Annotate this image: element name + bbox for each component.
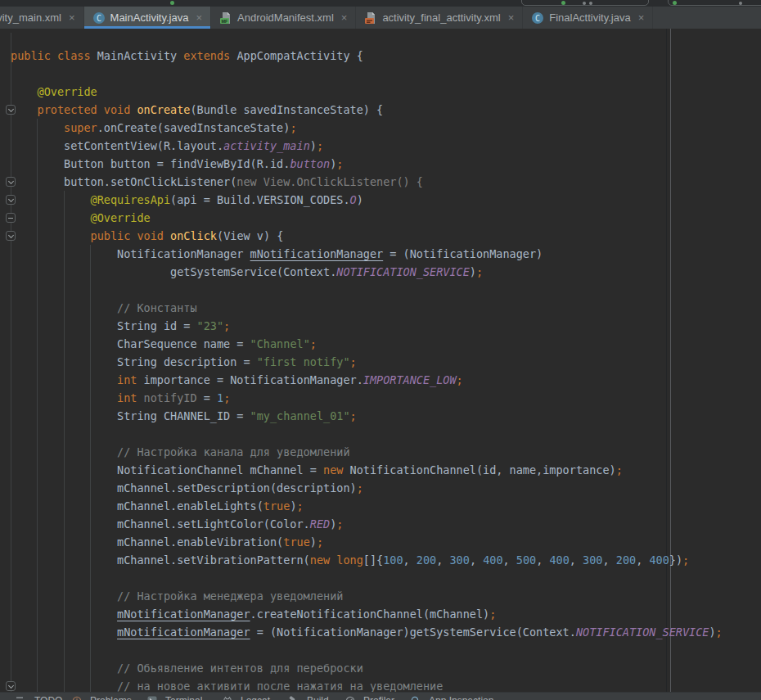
vcs-dot-icon <box>170 1 174 5</box>
code-token: , <box>436 553 449 567</box>
code-editor[interactable]: public class MainActivity extends AppCom… <box>0 29 761 700</box>
code-token: ; <box>716 625 723 639</box>
code-token: .createNotificationChannel(mChannel) <box>250 607 490 621</box>
code-token <box>11 121 64 134</box>
tab-close-icon[interactable]: × <box>341 12 348 23</box>
fold-marker-icon[interactable] <box>6 195 16 205</box>
device-selector-widget[interactable] <box>668 0 761 6</box>
tool-window-button-label: Profiler <box>363 695 394 700</box>
code-token: ) <box>310 139 317 152</box>
code-line: Button button = findViewById(R.id.button… <box>11 155 723 173</box>
tab-close-icon[interactable]: × <box>508 12 515 23</box>
code-token: mChannel.setVibrationPattern( <box>11 553 310 567</box>
tool-window-button-problems[interactable]: Problems <box>72 695 132 700</box>
code-token: "Channel" <box>250 337 310 350</box>
code-token: new View.OnClickListener() { <box>236 175 423 188</box>
code-line: String id = "23"; <box>11 317 723 335</box>
code-token: 200 <box>616 553 636 567</box>
code-token: ; <box>223 319 230 332</box>
tool-window-button-terminal[interactable]: Terminal <box>147 695 202 700</box>
code-token: ; <box>317 535 323 549</box>
code-token <box>11 625 117 639</box>
tab-close-icon[interactable]: × <box>196 12 202 23</box>
code-line: NotificationChannel mChannel = new Notif… <box>11 461 723 479</box>
code-token: 1 <box>217 391 223 404</box>
code-line: mChannel.setDescription(description); <box>11 479 723 497</box>
code-token <box>11 391 117 404</box>
code-token: ; <box>290 121 296 134</box>
code-token: IMPORTANCE_LOW <box>363 373 457 386</box>
fold-marker-icon[interactable] <box>6 177 16 187</box>
tab-MainActivity.java[interactable]: CMainActivity.java× <box>84 7 211 29</box>
code-line: setContentView(R.layout.activity_main); <box>11 137 723 155</box>
terminal-icon <box>147 696 161 700</box>
code-token: extends <box>183 49 230 62</box>
code-token: onClick <box>170 229 217 242</box>
code-token: , <box>503 553 516 567</box>
code-token: public void <box>91 229 171 242</box>
main-toolbar-strip <box>0 0 761 7</box>
tool-window-button-app-inspection[interactable]: App Inspection <box>411 695 493 700</box>
code-token: 300 <box>449 553 469 567</box>
code-token <box>11 373 117 386</box>
tab-close-icon[interactable]: × <box>638 12 645 23</box>
code-token: , <box>536 553 549 567</box>
code-token: ; <box>457 373 463 386</box>
fold-marker-icon[interactable] <box>6 213 16 223</box>
tool-window-button-build[interactable]: Build <box>289 695 329 700</box>
code-token: ; <box>616 463 623 476</box>
code-token: new <box>323 463 343 476</box>
code-line <box>11 65 723 83</box>
code-token: ; <box>336 517 343 531</box>
code-line: mNotificationManager = (NotificationMana… <box>11 623 723 641</box>
code-token: notifyID <box>144 391 197 404</box>
tool-window-button-logcat[interactable]: Logcat <box>223 695 270 700</box>
code-token: NOTIFICATION_SERVICE <box>576 625 709 639</box>
code-token: true <box>283 535 310 549</box>
code-token: getSystemService(Context. <box>11 265 336 278</box>
code-line: // Настройка канала для уведомлений <box>11 443 723 461</box>
code-line: String CHANNEL_ID = "my_channel_01"; <box>11 407 723 425</box>
tab-activity_final_acttivity.xml[interactable]: activity_final_acttivity.xml× <box>356 7 523 29</box>
code-token: 300 <box>583 553 602 567</box>
code-line: @Override <box>11 83 723 101</box>
code-token: }) <box>669 553 682 567</box>
tool-window-button-profiler[interactable]: Profiler <box>345 695 394 700</box>
code-token: // Настройка канала для уведомлений <box>117 445 349 458</box>
code-token: RED <box>310 517 330 531</box>
fold-marker-icon[interactable] <box>6 681 16 691</box>
code-token: CharSequence name = <box>11 337 250 350</box>
problems-icon <box>72 696 86 700</box>
tool-window-button-todo[interactable]: TODO <box>16 695 62 700</box>
code-token: String id = <box>11 319 197 332</box>
tool-window-button-label: App Inspection <box>429 695 493 700</box>
code-token <box>137 391 143 404</box>
code-token: mNotificationManager <box>117 625 250 639</box>
fold-marker-icon[interactable] <box>6 105 16 115</box>
fold-marker-icon[interactable] <box>6 231 16 241</box>
code-line: NotificationManager mNotificationManager… <box>11 245 723 263</box>
tab-close-icon[interactable]: × <box>69 12 75 23</box>
code-token <box>11 301 117 314</box>
java-class-icon: C <box>92 11 106 25</box>
todo-icon <box>16 696 30 700</box>
code-token: ; <box>476 265 483 278</box>
code-token: @Override <box>38 85 97 98</box>
code-token: NOTIFICATION_SERVICE <box>336 265 470 278</box>
code-token: ; <box>489 607 496 621</box>
editor-tab-bar: activity_main.xml×CMainActivity.java×MFA… <box>0 7 761 29</box>
tab-activity_main.xml[interactable]: activity_main.xml× <box>0 7 84 29</box>
code-token: 400 <box>649 553 669 567</box>
code-token: (api = Build.VERSION_CODES. <box>170 193 349 206</box>
tab-AndroidManifest.xml[interactable]: MFAndroidManifest.xml× <box>211 7 356 29</box>
code-token <box>11 229 91 242</box>
code-token <box>11 607 117 621</box>
code-line: super.onCreate(savedInstanceState); <box>11 119 723 137</box>
code-token: , <box>403 553 417 567</box>
tab-FinalActtivity.java[interactable]: CFinalActtivity.java× <box>523 7 653 29</box>
code-token: ) <box>357 193 363 206</box>
device-dot-icon <box>673 1 677 5</box>
code-token: ) <box>470 265 476 278</box>
logcat-icon <box>223 696 236 700</box>
toolbar-dot-icon <box>589 2 592 5</box>
